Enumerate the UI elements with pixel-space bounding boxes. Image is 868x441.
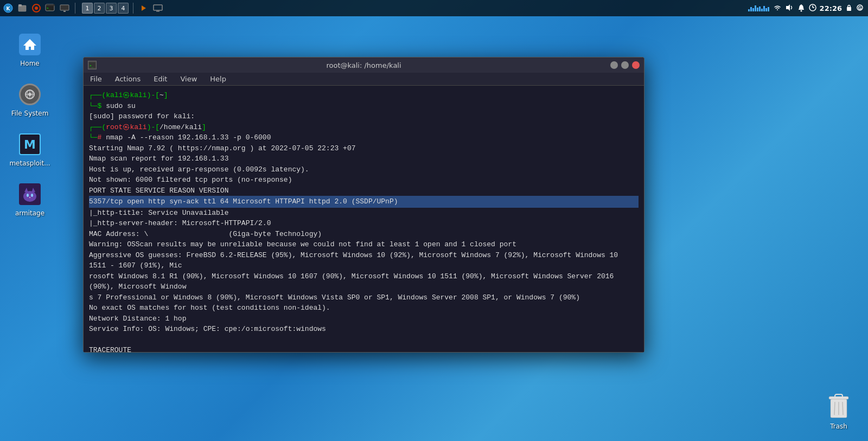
- svg-rect-14: [156, 11, 159, 12]
- svg-rect-16: [750, 7, 752, 11]
- terminal-line-1: ┌──(kali㉿kali)-[~]: [89, 90, 639, 101]
- svg-rect-17: [752, 8, 754, 11]
- svg-marker-25: [786, 4, 790, 11]
- svg-line-52: [843, 402, 843, 415]
- terminal-line-14: MAC Address: \ (Giga-byte Technology): [89, 229, 639, 240]
- os-warning: Warning: OSScan results may be unreliabl…: [89, 240, 516, 248]
- prompt-bracket-end: ]: [164, 91, 168, 99]
- root-dir: /home/kali: [159, 123, 202, 131]
- screen-taskbar-icon[interactable]: [59, 2, 71, 14]
- svg-rect-10: [60, 5, 69, 10]
- menu-view[interactable]: View: [178, 75, 199, 83]
- menu-file[interactable]: File: [88, 75, 104, 83]
- svg-rect-15: [748, 9, 750, 11]
- workspace-switcher: 1 2 3 4: [82, 3, 129, 14]
- svg-rect-13: [154, 5, 162, 10]
- svg-line-50: [834, 402, 835, 415]
- arrow-icon[interactable]: [138, 2, 150, 14]
- svg-point-5: [35, 7, 38, 10]
- svg-rect-24: [768, 7, 769, 11]
- svg-marker-12: [142, 5, 146, 11]
- menu-edit[interactable]: Edit: [151, 75, 169, 83]
- svg-marker-40: [24, 188, 28, 193]
- volume-icon: [785, 3, 794, 14]
- titlebar-controls: [610, 61, 640, 69]
- os-guesses: Aggressive OS guesses: FreeBSD 6.2-RELEA…: [89, 251, 618, 270]
- close-button[interactable]: [632, 61, 640, 69]
- svg-rect-11: [63, 11, 66, 12]
- power-icon: G: [856, 4, 864, 13]
- nmap-notshown: Not shown: 6000 filtered tcp ports (no-r…: [89, 176, 292, 184]
- svg-text:>_: >_: [90, 63, 94, 68]
- nmap-port: 5357/tcp open http syn-ack ttl 64 Micros…: [89, 197, 398, 206]
- metasploit-icon-label: metasploit...: [9, 159, 50, 167]
- svg-marker-41: [31, 188, 35, 193]
- terminal-taskbar-icon[interactable]: >_: [44, 2, 56, 14]
- metasploit-icon: M: [17, 131, 43, 157]
- svg-rect-23: [765, 8, 767, 11]
- terminal-line-4: ┌──(root㉿kali)-[/home/kali]: [89, 122, 639, 133]
- prompt-arrow: └─$: [89, 102, 106, 110]
- trash-desktop-icon[interactable]: Trash: [826, 391, 852, 430]
- svg-text:K: K: [7, 6, 11, 11]
- lock-icon: [845, 4, 853, 13]
- terminal-line-17: rosoft Windows 8.1 R1 (90%), Microsoft W…: [89, 271, 639, 292]
- filesystem-icon-label: File System: [11, 110, 49, 117]
- root-hash: #: [98, 133, 106, 142]
- desktop-sidebar: Home File System M metasploit...: [0, 0, 60, 441]
- root-bracket-end: ]: [202, 123, 206, 131]
- nmap-report: Nmap scan report for 192.168.1.33: [89, 155, 228, 163]
- svg-point-26: [800, 10, 802, 11]
- terminal-line-16: Aggressive OS guesses: FreeBSD 6.2-RELEA…: [89, 250, 639, 271]
- terminal-line-7: Nmap scan report for 192.168.1.33: [89, 154, 639, 164]
- terminal-line-18: s 7 Professional or Windows 8 (90%), Mic…: [89, 292, 639, 303]
- trash-label: Trash: [830, 423, 847, 430]
- root-prompt-1: ┌──(: [89, 123, 106, 131]
- svg-rect-19: [757, 8, 758, 11]
- display-icon[interactable]: [152, 2, 164, 14]
- svg-rect-30: [847, 7, 851, 11]
- terminal-line-11: 5357/tcp open http syn-ack ttl 64 Micros…: [89, 196, 639, 208]
- svg-point-44: [29, 197, 30, 198]
- home-icon-label: Home: [20, 60, 39, 67]
- browser-taskbar-icon[interactable]: [30, 2, 42, 14]
- desktop-icon-metasploit[interactable]: M metasploit...: [5, 127, 54, 171]
- service-info: Service Info: OS: Windows; CPE: cpe:/o:m…: [89, 325, 326, 333]
- files-taskbar-icon[interactable]: [16, 2, 28, 14]
- taskbar-time: 22:26: [820, 4, 842, 12]
- workspace-4[interactable]: 4: [118, 3, 129, 14]
- terminal-line-13: |_http-server-header: Microsoft-HTTPAPI/…: [89, 218, 639, 229]
- terminal-menubar: File Actions Edit View Help: [84, 73, 644, 86]
- taskbar-sep-2: [133, 3, 133, 14]
- terminal-line-8: Host is up, received arp-response (0.009…: [89, 164, 639, 175]
- desktop-icon-home[interactable]: Home: [5, 27, 54, 72]
- kali-taskbar-icon[interactable]: K: [2, 2, 14, 14]
- maximize-button[interactable]: [621, 61, 629, 69]
- workspace-1[interactable]: 1: [82, 3, 93, 14]
- cmd-nmap: nmap -A --reason 192.168.1.33 -p 0-6000: [106, 133, 271, 142]
- metasploit-icon-shape: M: [19, 133, 41, 155]
- terminal-window-icon: >_: [88, 61, 97, 69]
- cmd-sudo: sudo su: [106, 102, 136, 110]
- menu-actions[interactable]: Actions: [113, 75, 143, 83]
- os-guesses-3: s 7 Professional or Windows 8 (90%), Mic…: [89, 293, 580, 302]
- home-icon-shape: [19, 34, 41, 55]
- terminal-line-2: └─$ sudo su: [89, 101, 639, 112]
- prompt-user-normal-text: kali㉿kali: [106, 91, 146, 99]
- mac-address: MAC Address: \ (Giga-byte Technology): [89, 230, 322, 238]
- terminal-line-3: [sudo] password for kali:: [89, 111, 639, 122]
- prompt-user-normal: ┌──(: [89, 91, 106, 99]
- http-server-header: |_http-server-header: Microsoft-HTTPAPI/…: [89, 219, 271, 227]
- armitage-icon: [17, 181, 43, 207]
- clock-icon: [809, 4, 816, 13]
- taskbar-left: K >_: [0, 2, 164, 14]
- terminal-body[interactable]: ┌──(kali㉿kali)-[~] └─$ sudo su [sudo] pa…: [84, 86, 644, 352]
- workspace-2[interactable]: 2: [94, 3, 105, 14]
- workspace-3[interactable]: 3: [106, 3, 117, 14]
- terminal-line-15: Warning: OSScan results may be unreliabl…: [89, 239, 639, 250]
- minimize-button[interactable]: [610, 61, 618, 69]
- menu-help[interactable]: Help: [208, 75, 228, 83]
- trash-icon: [826, 391, 852, 421]
- desktop-icon-armitage[interactable]: armitage: [5, 177, 54, 221]
- desktop-icon-filesystem[interactable]: File System: [5, 77, 54, 122]
